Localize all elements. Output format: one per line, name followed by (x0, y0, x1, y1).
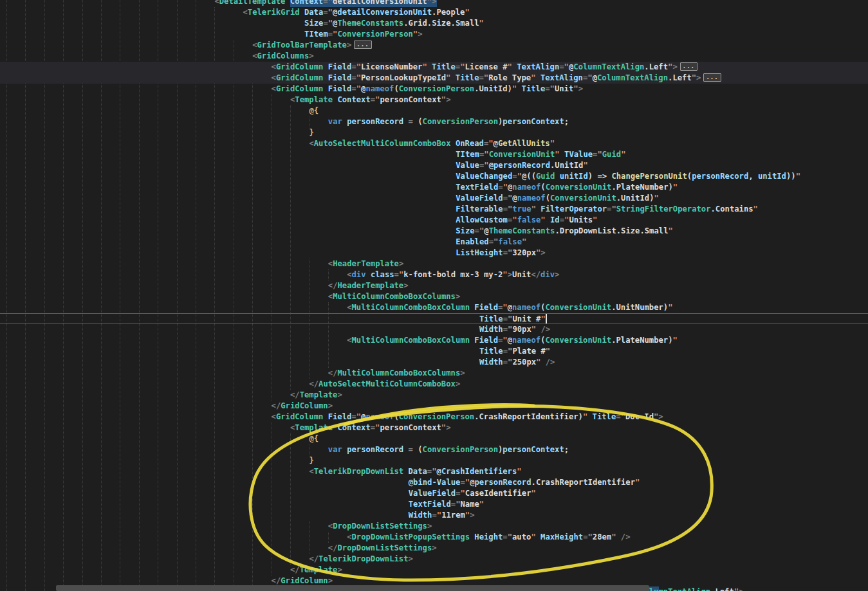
code-token: > (427, 522, 432, 531)
code-token: Width (479, 358, 503, 367)
code-token: @ (484, 226, 488, 235)
code-line[interactable]: </MultiColumnComboBoxColumns> (0, 368, 868, 379)
code-line[interactable]: <GridColumn Field="PersonLookupTypeId" T… (0, 73, 868, 84)
code-line[interactable]: Enabled="false" (0, 237, 868, 248)
code-line[interactable]: </TelerikDropDownList> (0, 554, 868, 565)
code-line-text: </Template> (290, 565, 342, 576)
code-token: auto (512, 532, 531, 541)
collapsed-region-box[interactable]: ... (703, 73, 721, 82)
code-token: " (531, 73, 535, 82)
code-line[interactable]: Width="90px" /> (0, 324, 868, 335)
code-token: = (371, 95, 375, 104)
code-token: GridColumn (276, 62, 323, 71)
code-area[interactable]: <DetailTemplate Context="detailConversio… (0, 0, 868, 591)
code-token: @ (437, 467, 441, 476)
code-line[interactable]: <GridColumn Field="@nameof(ConversionPer… (0, 412, 868, 423)
code-line[interactable]: Title="Plate #" (0, 346, 868, 357)
code-line[interactable]: Size="@ThemeConstants.Grid.Size.Small" (0, 18, 868, 29)
code-token: = (503, 314, 508, 323)
code-token (587, 412, 592, 421)
code-line[interactable]: </AutoSelectMultiColumnComboBox> (0, 379, 868, 390)
code-token: Template (300, 390, 338, 399)
code-line[interactable]: var personRecord = (ConversionPerson)per… (0, 444, 868, 455)
code-line[interactable]: <AutoSelectMultiColumnComboBox OnRead="@… (0, 138, 868, 149)
code-token: @ (489, 161, 494, 170)
code-line[interactable]: Filterable="true" FilterOperator="String… (0, 204, 868, 215)
code-line[interactable]: <GridColumns> (0, 51, 868, 62)
code-line[interactable]: Width="250px" /> (0, 357, 868, 368)
code-line[interactable]: <MultiColumnComboBoxColumn Field="@nameo… (0, 302, 868, 313)
code-line-text: TItem="ConversionUnit" TValue="Guid" (456, 149, 625, 160)
code-line[interactable]: } (0, 127, 868, 138)
code-line[interactable]: <DetailTemplate Context="detailConversio… (0, 0, 868, 7)
code-line[interactable]: <GridToolBarTemplate>... (0, 40, 868, 51)
code-line[interactable]: TextField="Name" (0, 499, 868, 510)
code-line[interactable]: TItem="ConversionPerson"> (0, 29, 868, 40)
code-line[interactable]: <Template Context="personContext"> (0, 95, 868, 105)
code-token: Template (295, 423, 333, 432)
code-line[interactable]: TextField="@nameof(ConversionUnit.PlateN… (0, 182, 868, 193)
code-token: </ (272, 401, 281, 410)
code-line[interactable]: TItem="ConversionUnit" TValue="Guid" (0, 149, 868, 160)
code-token: > (432, 543, 436, 552)
code-token: > (328, 401, 333, 410)
code-line[interactable]: <MultiColumnComboBoxColumn Field="@nameo… (0, 335, 868, 346)
code-line[interactable]: AllowCustom="false" Id="Units" (0, 215, 868, 226)
code-line-text: var personRecord = (ConversionPerson)per… (328, 116, 569, 127)
code-line[interactable]: Size="@ThemeConstants.DropDownList.Size.… (0, 226, 868, 237)
code-token: </ (531, 270, 540, 279)
code-line[interactable]: Value="@personRecord.UnitId" (0, 160, 868, 171)
code-token: DetailTemplate (219, 0, 286, 6)
code-token: ; (564, 117, 569, 126)
code-token: " (611, 205, 616, 214)
horizontal-scrollbar-thumb[interactable] (56, 585, 649, 591)
code-line[interactable]: <Template Context="personContext"> (0, 423, 868, 433)
collapsed-region-box[interactable]: ... (354, 41, 371, 49)
code-line-text: <AutoSelectMultiColumnComboBox OnRead="@… (309, 138, 555, 149)
code-line[interactable]: <div class="k-font-bold mx-3 my-2">Unit<… (0, 269, 868, 280)
code-line[interactable]: <DropDownListPopupSettings Height="auto"… (0, 532, 868, 543)
code-token: > (456, 379, 460, 388)
code-line-text: @bind-Value="@personRecord.CrashReportId… (409, 477, 640, 488)
code-token: Name (460, 500, 479, 509)
code-line[interactable]: <MultiColumnComboBoxColumns> (0, 291, 868, 302)
code-token: > (337, 565, 342, 574)
code-line[interactable]: </GridColumn> (0, 401, 868, 412)
code-token: > (508, 270, 512, 279)
code-token: ConversionUnit (489, 150, 555, 159)
code-line[interactable]: ValueChanged="@((Guid unitId) => ChangeP… (0, 171, 868, 182)
code-line[interactable]: ValueField="CaseIdentifier" (0, 488, 868, 499)
code-line[interactable]: <HeaderTemplate> (0, 259, 868, 269)
code-token: k-font-bold mx-3 my-2 (403, 270, 503, 279)
code-line[interactable]: </HeaderTemplate> (0, 280, 868, 291)
code-line[interactable]: @{ (0, 433, 868, 444)
code-line[interactable]: <TelerikDropDownList Data="@CrashIdentif… (0, 466, 868, 477)
code-line[interactable]: var personRecord = (ConversionPerson)per… (0, 116, 868, 127)
code-token (366, 270, 371, 279)
code-token: = (545, 84, 549, 93)
code-line[interactable]: Width="11rem"> (0, 510, 868, 521)
code-line[interactable]: ValueField="@nameof(ConversionUnit.UnitI… (0, 193, 868, 204)
code-token: = (323, 0, 328, 6)
code-token: = (460, 478, 465, 487)
code-token: @ (508, 303, 512, 312)
code-line[interactable]: Title="Unit #" (0, 313, 868, 324)
code-line[interactable]: <GridColumn Field="@nameof(ConversionPer… (0, 84, 868, 95)
text-cursor (546, 314, 547, 323)
code-token: TelerikDropDownList (314, 467, 403, 476)
code-line[interactable]: } (0, 455, 868, 466)
code-token: < (243, 8, 248, 17)
code-line[interactable]: @bind-Value="@personRecord.CrashReportId… (0, 477, 868, 488)
code-token: " (668, 303, 672, 312)
code-line[interactable]: <DropDownListSettings> (0, 521, 868, 532)
code-token: AllowCustom (456, 215, 508, 224)
code-line[interactable]: @{ (0, 105, 868, 116)
collapsed-region-box[interactable]: ... (680, 62, 697, 71)
code-line[interactable]: <TelerikGrid Data="@detailConversionUnit… (0, 7, 868, 18)
code-line[interactable]: <GridColumn Field="LicenseNumber" Title=… (0, 62, 868, 73)
code-line[interactable]: </Template> (0, 565, 868, 576)
code-token: true (512, 205, 531, 214)
code-line[interactable]: </Template> (0, 390, 868, 401)
code-line[interactable]: ListHeight="320px"> (0, 248, 868, 259)
code-line[interactable]: </DropDownListSettings> (0, 543, 868, 554)
